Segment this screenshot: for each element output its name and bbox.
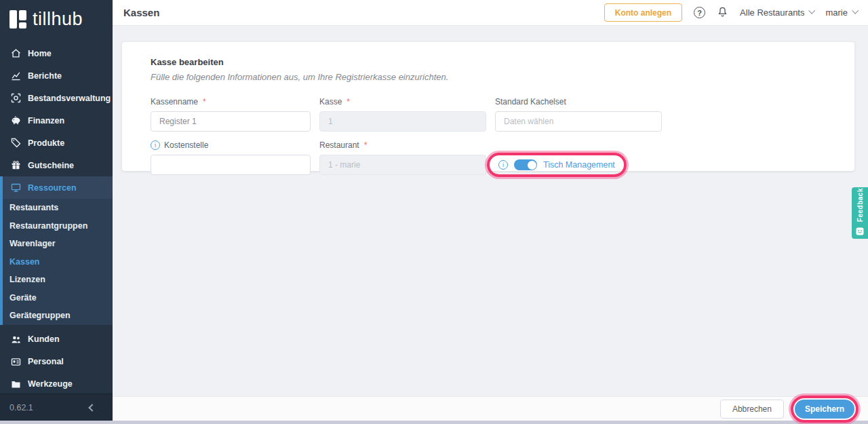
chevron-down-icon — [809, 7, 816, 14]
kasse-bearbeiten-card: Kasse bearbeiten Fülle die folgenden Inf… — [122, 42, 854, 171]
feedback-tab-label: Feedback — [856, 188, 864, 222]
card-title: Kasse bearbeiten — [151, 57, 826, 67]
app-version: 0.62.1 — [9, 403, 33, 412]
info-icon[interactable]: i — [151, 140, 160, 150]
inventory-icon — [9, 92, 22, 104]
help-button[interactable]: ? — [694, 7, 705, 18]
info-icon[interactable]: i — [498, 160, 508, 170]
sidebar-item-produkte[interactable]: Produkte — [0, 132, 113, 154]
content-area: Kasse bearbeiten Fülle die folgenden Inf… — [113, 26, 868, 396]
form-action-bar: Abbrechen Speichern — [113, 396, 868, 421]
tisch-management-toggle[interactable] — [514, 159, 537, 170]
kasse-input — [319, 111, 486, 132]
sidebar-item-label: Ressourcen — [28, 183, 77, 193]
sidebar-subitem-restaurantgruppen[interactable]: Restaurantgruppen — [3, 217, 113, 235]
collapse-sidebar-icon[interactable] — [88, 404, 96, 411]
main-area: Kassen Konto anlegen ? Alle Restaurants … — [113, 0, 868, 421]
folder-icon — [9, 378, 22, 390]
sidebar-item-werkzeuge[interactable]: Werkzeuge — [0, 373, 113, 394]
monitor-icon — [9, 182, 22, 194]
sidebar-item-gutscheine[interactable]: Gutscheine — [0, 154, 113, 176]
sidebar-item-personal[interactable]: Personal — [0, 351, 113, 373]
required-mark: * — [347, 97, 350, 107]
kostenstelle-field-group: i Kostenstelle — [151, 140, 311, 175]
konto-anlegen-button[interactable]: Konto anlegen — [604, 3, 682, 22]
home-icon — [9, 47, 22, 60]
highlight-annotation-ring: i Tisch Management — [487, 153, 627, 177]
sidebar-subitem-restaurants[interactable]: Restaurants — [3, 199, 113, 217]
sidebar-item-berichte[interactable]: Berichte — [0, 64, 113, 87]
required-mark: * — [364, 140, 368, 150]
restaurant-label: Restaurant — [319, 140, 359, 150]
piggy-bank-icon — [9, 115, 22, 127]
tisch-management-label: Tisch Management — [543, 160, 615, 170]
sidebar-item-label: Kunden — [28, 334, 60, 344]
sidebar-subitem-label: Kassen — [9, 257, 39, 267]
feedback-tab[interactable]: Feedback — [852, 187, 868, 239]
kassenname-field-group: Kassenname* — [151, 97, 311, 132]
sidebar-item-label: Produkte — [28, 138, 64, 148]
sidebar-subitem-label: Restaurants — [9, 203, 58, 212]
top-header: Kassen Konto anlegen ? Alle Restaurants … — [113, 0, 868, 26]
kachelset-input[interactable] — [495, 111, 662, 132]
sidebar-item-finanzen[interactable]: Finanzen — [0, 109, 113, 132]
user-menu-label: marie — [825, 7, 848, 18]
sidebar-subitem-geraetegruppen[interactable]: Gerätegruppen — [3, 307, 113, 325]
chevron-down-icon — [852, 7, 859, 14]
cancel-button[interactable]: Abbrechen — [720, 400, 784, 419]
sidebar-subitem-label: Warenlager — [9, 239, 56, 248]
sidebar-subitem-lizenzen[interactable]: Lizenzen — [3, 271, 113, 289]
sidebar-subitem-kassen[interactable]: Kassen — [3, 253, 113, 271]
sidebar-subitem-warenlager[interactable]: Warenlager — [3, 235, 113, 253]
users-icon — [9, 333, 22, 345]
chart-icon — [9, 70, 22, 82]
bell-icon — [717, 6, 728, 20]
kachelset-label: Standard Kachelset — [495, 97, 566, 107]
logo-text: tillhub — [33, 9, 83, 30]
sidebar-subitem-label: Geräte — [9, 293, 37, 303]
sidebar-section-ressourcen: Ressourcen Restaurants Restaurantgruppen… — [0, 176, 113, 325]
question-icon: ? — [694, 7, 705, 18]
sidebar-item-label: Werkzeuge — [28, 379, 73, 389]
restaurant-filter-dropdown[interactable]: Alle Restaurants — [740, 7, 814, 18]
sidebar-subitem-label: Lizenzen — [9, 275, 45, 284]
sidebar-footer: 0.62.1 — [0, 393, 113, 421]
page-title: Kassen — [123, 7, 159, 18]
user-menu-dropdown[interactable]: marie — [825, 7, 857, 18]
sidebar-item-label: Berichte — [28, 71, 62, 81]
card-subtitle: Fülle die folgenden Informationen aus, u… — [151, 72, 826, 82]
sidebar-item-label: Bestandsverwaltung — [28, 94, 111, 103]
tisch-management-group: i Tisch Management — [495, 155, 662, 175]
sidebar-item-bestandsverwaltung[interactable]: Bestandsverwaltung — [0, 87, 113, 109]
restaurant-field-group: Restaurant* — [319, 140, 486, 175]
notifications-button[interactable] — [717, 6, 728, 20]
sidebar-subitem-label: Gerätegruppen — [9, 311, 71, 320]
tag-icon — [9, 137, 22, 149]
tillhub-logo[interactable]: tillhub — [0, 0, 113, 37]
restaurant-filter-label: Alle Restaurants — [740, 7, 804, 18]
kostenstelle-input[interactable] — [151, 155, 311, 175]
sidebar-item-ressourcen[interactable]: Ressourcen — [3, 176, 113, 199]
kassenname-input[interactable] — [151, 111, 311, 132]
sidebar-item-home[interactable]: Home — [0, 42, 113, 64]
kostenstelle-label: Kostenstelle — [164, 140, 208, 150]
kasse-label: Kasse — [319, 97, 342, 107]
sidebar-item-label: Home — [28, 49, 52, 58]
bottom-edge-strip — [0, 421, 868, 424]
kassenname-label: Kassenname — [151, 97, 198, 107]
id-badge-icon — [9, 355, 22, 368]
sidebar-item-label: Gutscheine — [28, 161, 74, 170]
sidebar-item-kunden[interactable]: Kunden — [0, 328, 113, 351]
highlight-annotation-ring: Speichern — [791, 396, 859, 423]
save-button[interactable]: Speichern — [795, 400, 854, 419]
sidebar-item-label: Personal — [28, 357, 64, 366]
voucher-icon — [9, 159, 22, 172]
sidebar-subitem-geraete[interactable]: Geräte — [3, 289, 113, 307]
required-mark: * — [203, 97, 206, 107]
kachelset-field-group: Standard Kachelset — [495, 97, 662, 132]
tillhub-logo-icon — [9, 10, 26, 28]
restaurant-input — [319, 155, 486, 175]
sidebar-subitem-label: Restaurantgruppen — [9, 221, 87, 231]
sidebar: tillhub Home Berichte Bestandsverwaltung… — [0, 0, 113, 421]
smiley-icon — [856, 226, 864, 238]
